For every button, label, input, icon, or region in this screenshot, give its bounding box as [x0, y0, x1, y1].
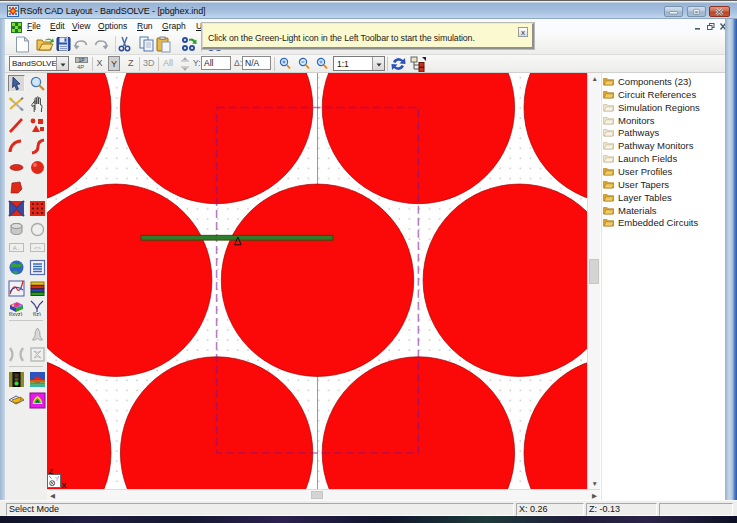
svg-text:Z: Z — [49, 467, 54, 476]
svg-text:f(xyz): f(xyz) — [9, 311, 23, 317]
svg-text:X: X — [61, 481, 66, 490]
svg-text:f(z): f(z) — [33, 311, 41, 317]
